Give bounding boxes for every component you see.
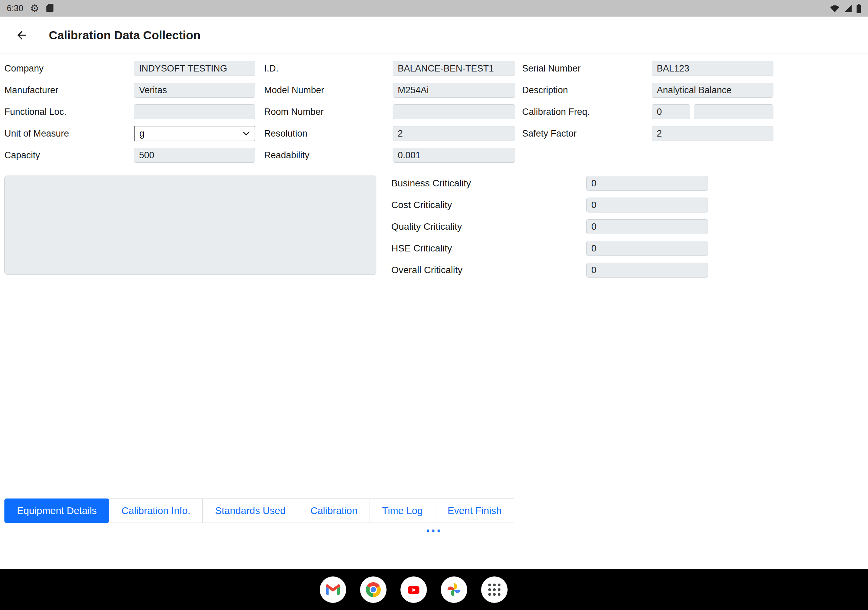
safety-factor-label: Safety Factor	[522, 129, 652, 139]
tabs-overflow-dots[interactable]: ...	[0, 520, 868, 534]
manufacturer-input[interactable]	[134, 83, 255, 98]
clock: 6:30	[7, 3, 23, 13]
functional-loc-input[interactable]	[134, 104, 255, 119]
taskbar-dock	[0, 569, 868, 610]
resolution-label: Resolution	[264, 129, 393, 139]
tab-standards-used[interactable]: Standards Used	[202, 499, 298, 523]
readability-label: Readability	[264, 150, 393, 161]
description-input[interactable]	[652, 83, 773, 98]
tab-equipment-details[interactable]: Equipment Details	[5, 499, 109, 523]
tab-time-log[interactable]: Time Log	[370, 499, 436, 523]
app-drawer-icon[interactable]	[481, 576, 508, 603]
company-label: Company	[5, 63, 134, 74]
form-column-middle: I.D. Model Number Room Number Resolution…	[264, 61, 515, 169]
capacity-input[interactable]	[134, 148, 255, 163]
model-number-input[interactable]	[393, 83, 515, 98]
calibration-freq-value-input[interactable]	[652, 104, 690, 119]
chevron-down-icon	[242, 131, 250, 136]
app-header: Calibration Data Collection	[0, 17, 868, 54]
hse-criticality-label: HSE Criticality	[391, 243, 586, 254]
tab-calibration-info[interactable]: Calibration Info.	[109, 499, 203, 523]
quality-criticality-label: Quality Criticality	[391, 221, 586, 232]
overall-criticality-input[interactable]	[586, 263, 708, 277]
business-criticality-input[interactable]	[586, 176, 708, 191]
cost-criticality-label: Cost Criticality	[391, 200, 586, 211]
model-number-label: Model Number	[264, 85, 393, 96]
description-label: Description	[522, 85, 652, 96]
cost-criticality-input[interactable]	[586, 198, 708, 212]
serial-number-label: Serial Number	[522, 63, 652, 74]
overall-criticality-label: Overall Criticality	[391, 265, 586, 276]
criticality-section: Business Criticality Cost Criticality Qu…	[391, 176, 708, 284]
status-bar: 6:30 ⚙	[0, 0, 868, 17]
readability-input[interactable]	[393, 148, 515, 163]
notes-textarea[interactable]	[5, 175, 377, 275]
tab-calibration[interactable]: Calibration	[298, 499, 370, 523]
serial-number-input[interactable]	[652, 61, 773, 76]
chrome-icon[interactable]	[360, 576, 386, 603]
room-number-label: Room Number	[264, 107, 393, 117]
hse-criticality-input[interactable]	[586, 241, 708, 256]
safety-factor-input[interactable]	[652, 126, 773, 141]
company-input[interactable]	[134, 61, 255, 76]
capacity-label: Capacity	[5, 150, 134, 161]
unit-of-measure-label: Unit of Measure	[5, 129, 134, 139]
form-column-left: Company Manufacturer Functional Loc. Uni…	[5, 61, 255, 169]
quality-criticality-input[interactable]	[586, 219, 708, 234]
google-photos-icon[interactable]	[441, 576, 467, 603]
cellular-signal-icon	[843, 4, 852, 13]
page-title: Calibration Data Collection	[49, 28, 200, 42]
sd-card-icon	[46, 3, 54, 14]
manufacturer-label: Manufacturer	[5, 85, 134, 96]
id-label: I.D.	[264, 63, 393, 74]
business-criticality-label: Business Criticality	[391, 178, 586, 189]
back-button[interactable]	[14, 27, 30, 43]
screen: 6:30 ⚙ Calibration Data Collection	[0, 0, 868, 610]
resolution-input[interactable]	[393, 126, 515, 141]
tab-event-finish[interactable]: Event Finish	[435, 499, 515, 523]
calibration-freq-secondary-input[interactable]	[694, 104, 773, 119]
form-column-right: Serial Number Description Calibration Fr…	[522, 61, 773, 148]
gmail-icon[interactable]	[320, 576, 346, 603]
settings-gear-icon: ⚙	[30, 3, 39, 14]
youtube-icon[interactable]	[400, 576, 427, 603]
unit-of-measure-value: g	[140, 129, 144, 139]
functional-loc-label: Functional Loc.	[5, 107, 134, 117]
calibration-freq-label: Calibration Freq.	[522, 107, 652, 117]
battery-icon	[857, 4, 861, 13]
wifi-icon	[830, 4, 840, 13]
unit-of-measure-select[interactable]: g	[134, 126, 255, 141]
room-number-input[interactable]	[393, 104, 515, 119]
id-input[interactable]	[393, 61, 515, 76]
